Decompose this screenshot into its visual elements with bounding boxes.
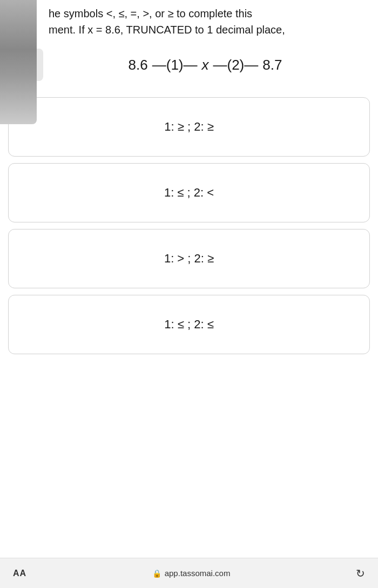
header-line2: ment. If x = 8.6, TRUNCATED to 1 decimal… bbox=[49, 22, 367, 38]
header-text: he symbols <, ≤, =, >, or ≥ to complete … bbox=[49, 5, 367, 38]
number-line-variable: x bbox=[202, 57, 209, 73]
choice-text-2: 1: ≤ ; 2: < bbox=[164, 186, 214, 200]
choice-card-1[interactable]: 1: ≥ ; 2: ≥ bbox=[8, 97, 370, 157]
choice-card-3[interactable]: 1: > ; 2: ≥ bbox=[8, 229, 370, 288]
choices-section: 1: ≥ ; 2: ≥ 1: ≤ ; 2: < 1: > ; 2: ≥ 1: ≤… bbox=[0, 92, 378, 558]
left-sidebar-overlay bbox=[0, 0, 37, 124]
url-display: 🔒 app.tassomai.com bbox=[152, 569, 231, 578]
aa-label[interactable]: AA bbox=[13, 569, 26, 578]
choice-card-2[interactable]: 1: ≤ ; 2: < bbox=[8, 163, 370, 222]
page-wrapper: he symbols <, ≤, =, >, or ≥ to complete … bbox=[0, 0, 378, 588]
number-line-dash1: —(1)— bbox=[152, 57, 198, 73]
audio-row: 8.6 —(1)— x —(2)— 8.7 bbox=[0, 43, 378, 92]
number-line-val2: 8.7 bbox=[262, 57, 282, 73]
reload-icon[interactable]: ↻ bbox=[356, 567, 365, 580]
number-line-val1: 8.6 bbox=[129, 57, 148, 73]
choice-text-3: 1: > ; 2: ≥ bbox=[164, 252, 214, 266]
header-line1: he symbols <, ≤, =, >, or ≥ to complete … bbox=[49, 5, 367, 22]
url-text: app.tassomai.com bbox=[165, 569, 231, 578]
header-section: he symbols <, ≤, =, >, or ≥ to complete … bbox=[0, 0, 378, 43]
number-line-dash2: —(2)— bbox=[213, 57, 259, 73]
bottom-bar: AA 🔒 app.tassomai.com ↻ bbox=[0, 558, 378, 588]
lock-icon: 🔒 bbox=[152, 569, 161, 578]
number-line: 8.6 —(1)— x —(2)— 8.7 bbox=[43, 51, 367, 79]
choice-text-1: 1: ≥ ; 2: ≥ bbox=[164, 120, 213, 134]
choice-card-4[interactable]: 1: ≤ ; 2: ≤ bbox=[8, 295, 370, 354]
choice-text-4: 1: ≤ ; 2: ≤ bbox=[164, 317, 213, 332]
